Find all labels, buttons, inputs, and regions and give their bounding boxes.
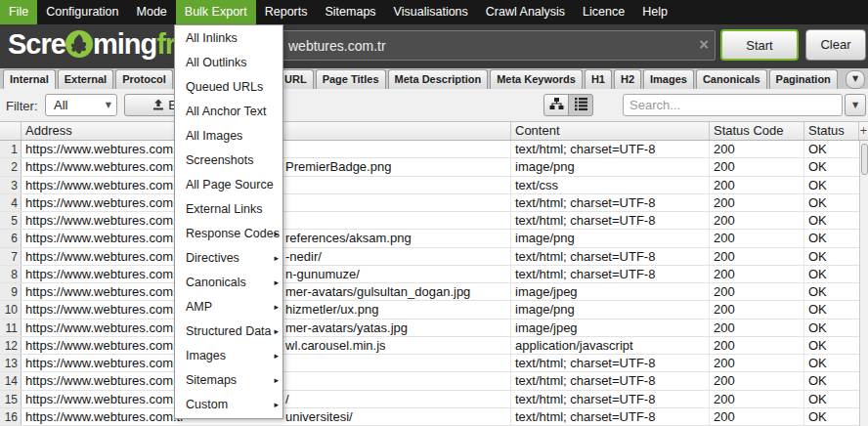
- table-row[interactable]: 14https://www.webtures.com.trtext/html; …: [0, 372, 868, 390]
- cell-status: OK: [804, 283, 859, 300]
- cell-status: OK: [804, 141, 859, 157]
- bulk-export-item-directives[interactable]: Directives▸: [175, 246, 282, 271]
- cell-content: text/css: [511, 177, 710, 193]
- cell-content: application/javascript: [511, 337, 710, 354]
- menu-help[interactable]: Help: [633, 0, 676, 24]
- column-header-status-code[interactable]: Status Code: [710, 122, 804, 140]
- chevron-down-icon: ▼: [852, 101, 858, 109]
- clear-button[interactable]: Clear: [805, 29, 866, 61]
- tab-protocol[interactable]: Protocol: [115, 69, 173, 89]
- cell-status: OK: [804, 355, 859, 371]
- cell-status: OK: [804, 391, 859, 407]
- table-row[interactable]: 15https://www.webtures.com.tr/text/html;…: [0, 391, 868, 408]
- menu-licence[interactable]: Licence: [574, 0, 633, 24]
- menu-mode[interactable]: Mode: [128, 0, 176, 24]
- table-row[interactable]: 1https://www.webtures.com.trtext/html; c…: [0, 141, 868, 158]
- menu-file[interactable]: File: [0, 0, 37, 24]
- menu-configuration[interactable]: Configuration: [37, 0, 127, 24]
- bulk-export-item-custom[interactable]: Custom▸: [175, 393, 282, 417]
- tab-strip: InternalExternalProtocolResponse CodesUR…: [3, 68, 840, 90]
- tab-h1[interactable]: H1: [585, 69, 612, 89]
- menu-crawl-analysis[interactable]: Crawl Analysis: [477, 0, 574, 24]
- menu-item-label: Response Codes: [186, 227, 280, 240]
- address-prefix: https://www.webtures.com.tr: [25, 373, 185, 388]
- tab-canonicals[interactable]: Canonicals: [696, 69, 767, 89]
- table-row[interactable]: 16https://www.webtures.com.truniversites…: [0, 408, 868, 426]
- bulk-export-item-canonicals[interactable]: Canonicals▸: [175, 271, 282, 295]
- table-row[interactable]: 10https://www.webtures.com.trhizmetler/u…: [0, 301, 868, 319]
- cell-status-code: 200: [710, 158, 804, 175]
- tab-internal[interactable]: Internal: [3, 69, 56, 90]
- filter-value: All: [54, 98, 67, 112]
- cell-content: image/jpeg: [511, 320, 710, 336]
- scrollbar-thumb[interactable]: [861, 144, 868, 175]
- start-button[interactable]: Start: [720, 29, 799, 61]
- menu-item-label: Queued URLs: [186, 80, 263, 94]
- column-header-content[interactable]: Content: [511, 122, 710, 140]
- search-input[interactable]: [623, 94, 843, 116]
- address-suffix: references/aksam.png: [285, 231, 412, 246]
- table-row[interactable]: 9https://www.webtures.com.trmer-avatars/…: [0, 283, 868, 301]
- table-row[interactable]: 7https://www.webtures.com.tr-nedir/text/…: [0, 248, 868, 266]
- bulk-export-item-all-outlinks[interactable]: All Outlinks: [175, 51, 282, 75]
- table-row[interactable]: 11https://www.webtures.com.trmer-avatars…: [0, 320, 868, 337]
- table-body: 1https://www.webtures.com.trtext/html; c…: [0, 141, 868, 426]
- table-row[interactable]: 2https://www.webtures.com.trPremierBadge…: [0, 158, 868, 176]
- cell-content: image/png: [511, 230, 710, 246]
- bulk-export-item-response-codes[interactable]: Response Codes▸: [175, 222, 282, 246]
- address-prefix: https://www.webtures.com.tr: [25, 409, 185, 424]
- address-suffix: universitesi/: [285, 409, 353, 425]
- table-row[interactable]: 5https://www.webtures.com.trtext/html; c…: [0, 212, 868, 230]
- table-row[interactable]: 12https://www.webtures.com.trwl.carousel…: [0, 337, 868, 355]
- address-prefix: https://www.webtures.com.tr: [25, 267, 185, 281]
- vertical-scrollbar[interactable]: [859, 141, 868, 426]
- bulk-export-item-all-anchor-text[interactable]: All Anchor Text: [175, 100, 282, 124]
- tab-meta-description[interactable]: Meta Description: [388, 69, 489, 89]
- tab-page-titles[interactable]: Page Titles: [316, 69, 386, 89]
- address-prefix: https://www.webtures.com.tr: [25, 392, 185, 406]
- bulk-export-item-all-page-source[interactable]: All Page Source: [175, 173, 282, 197]
- bulk-export-item-all-inlinks[interactable]: All Inlinks: [175, 26, 282, 51]
- column-header-status[interactable]: Status: [804, 122, 859, 140]
- bulk-export-item-screenshots[interactable]: Screenshots: [175, 149, 282, 173]
- tab-pagination[interactable]: Pagination: [769, 69, 838, 89]
- tab-overflow-button[interactable]: ▼: [846, 70, 865, 89]
- table-row[interactable]: 3https://www.webtures.com.trtext/css200O…: [0, 177, 868, 194]
- menu-item-label: Directives: [186, 251, 239, 265]
- bulk-export-item-sitemaps[interactable]: Sitemaps▸: [175, 368, 282, 393]
- filter-dropdown[interactable]: All▼: [45, 94, 117, 116]
- bulk-export-item-external-links[interactable]: External Links: [175, 197, 282, 222]
- table-row[interactable]: 6https://www.webtures.com.trreferences/a…: [0, 230, 868, 247]
- bulk-export-item-structured-data[interactable]: Structured Data▸: [175, 320, 282, 344]
- tree-view-toggle[interactable]: [543, 94, 569, 116]
- logo-text-ming: ming: [93, 28, 156, 60]
- menu-bulk-export[interactable]: Bulk Export: [176, 0, 256, 24]
- search-options-button[interactable]: ▼: [845, 94, 866, 116]
- menu-reports[interactable]: Reports: [256, 0, 317, 24]
- clear-url-icon[interactable]: ×: [696, 36, 712, 52]
- cell-status-code: 200: [710, 230, 804, 246]
- tree-view-icon: [549, 97, 564, 110]
- tab-external[interactable]: External: [58, 69, 113, 89]
- bulk-export-item-all-images[interactable]: All Images: [175, 124, 282, 149]
- tab-h2[interactable]: H2: [614, 69, 641, 89]
- address-prefix: https://www.webtures.com.tr: [25, 284, 185, 299]
- menu-sitemaps[interactable]: Sitemaps: [317, 0, 385, 24]
- bulk-export-item-amp[interactable]: AMP▸: [175, 295, 282, 320]
- address-prefix: https://www.webtures.com.tr: [25, 231, 185, 245]
- row-number: 6: [0, 230, 22, 246]
- tab-meta-keywords[interactable]: Meta Keywords: [490, 69, 583, 89]
- menu-visualisations[interactable]: Visualisations: [385, 0, 477, 24]
- tab-images[interactable]: Images: [643, 69, 694, 89]
- list-view-toggle[interactable]: [568, 94, 593, 116]
- table-row[interactable]: 8https://www.webtures.com.trn-gunumuze/t…: [0, 266, 868, 283]
- add-column-icon[interactable]: +: [859, 122, 868, 140]
- bulk-export-item-images[interactable]: Images▸: [175, 344, 282, 368]
- cell-content: image/png: [511, 158, 710, 175]
- table-row[interactable]: 13https://www.webtures.com.trtext/html; …: [0, 355, 868, 372]
- bulk-export-item-queued-urls[interactable]: Queued URLs: [175, 75, 282, 100]
- url-input[interactable]: [235, 30, 716, 61]
- menubar: FileConfigurationModeBulk ExportReportsS…: [0, 0, 868, 24]
- table-row[interactable]: 4https://www.webtures.com.trtext/html; c…: [0, 194, 868, 212]
- address-prefix: https://www.webtures.com.tr: [25, 356, 185, 370]
